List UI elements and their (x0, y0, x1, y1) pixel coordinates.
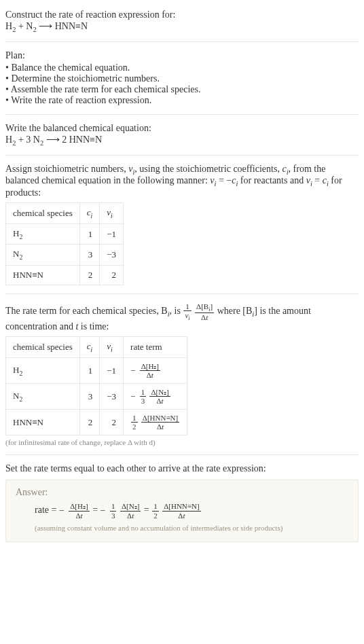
reactant-h2: H2 (5, 21, 16, 31)
stoich-block: Assign stoichiometric numbers, νi, using… (5, 160, 359, 289)
table-row: HNN≡N 2 2 1 2 Δ[HNN≡N] Δt (6, 410, 187, 435)
cell-species: H2 (6, 223, 80, 245)
cell-nu: −3 (100, 245, 124, 266)
col-nu: νi (100, 337, 124, 358)
answer-note: (assuming constant volume and no accumul… (35, 524, 348, 532)
final-block: Set the rate terms equal to each other t… (5, 459, 359, 545)
answer-box: Answer: rate = − Δ[H₂] Δt = − 1 3 Δ[N₂] … (5, 480, 359, 541)
fraction: 1 3 (110, 502, 117, 519)
plan-list: Balance the chemical equation. Determine… (5, 62, 359, 106)
unbalanced-equation: H2 + N2 ⟶ HNN≡N (5, 20, 359, 33)
rate-term-text: The rate term for each chemical species,… (5, 302, 359, 332)
table-row: N2 3 −3 − 1 3 Δ[N₂] Δt (6, 384, 187, 410)
cell-c: 2 (79, 410, 100, 435)
fraction: Δ[HNN≡N] Δt (162, 502, 200, 519)
col-c: ci (79, 337, 100, 358)
balanced-block: Write the balanced chemical equation: H2… (5, 119, 359, 151)
cell-nu: 2 (100, 265, 124, 285)
fraction: Δ[H₂] Δt (140, 362, 160, 379)
cell-rate: − Δ[H₂] Δt (124, 357, 187, 383)
plan-item: Write the rate of reaction expression. (5, 95, 359, 106)
product-hnnn: HNN≡N (69, 135, 102, 145)
cell-species: H2 (6, 357, 80, 383)
fraction: Δ[Bi] Δt (195, 302, 214, 321)
cell-species: HNN≡N (6, 410, 80, 435)
fraction: 1 νi (183, 302, 191, 321)
stoich-text: Assign stoichiometric numbers, νi, using… (5, 164, 359, 199)
fraction: 1 2 (152, 502, 159, 519)
fraction: 1 2 (131, 414, 138, 431)
cell-c: 3 (79, 245, 100, 266)
final-heading: Set the rate terms equal to each other t… (5, 463, 359, 474)
intro-block: Construct the rate of reaction expressio… (5, 5, 359, 37)
divider (5, 41, 359, 42)
rate-term-block: The rate term for each chemical species,… (5, 298, 359, 451)
fraction: Δ[N₂] Δt (120, 502, 141, 519)
cell-species: N2 (6, 384, 80, 410)
col-species: chemical species (6, 203, 80, 224)
rate-term-table: chemical species ci νi rate term H2 1 −1… (5, 336, 187, 435)
cell-nu: −1 (100, 357, 124, 383)
col-c: ci (79, 203, 100, 224)
rate-expression: rate = − Δ[H₂] Δt = − 1 3 Δ[N₂] Δt = 1 (35, 502, 348, 519)
table-row: H2 1 −1 (6, 223, 124, 245)
cell-nu: −1 (100, 223, 124, 245)
divider (5, 155, 359, 156)
intro-prompt: Construct the rate of reaction expressio… (5, 10, 359, 20)
balanced-equation: H2 + 3 N2 ⟶ 2 HNN≡N (5, 134, 359, 147)
cell-rate: 1 2 Δ[HNN≡N] Δt (124, 410, 187, 435)
product-hnnn: HNN≡N (55, 21, 88, 31)
col-species: chemical species (6, 337, 80, 358)
table-header-row: chemical species ci νi rate term (6, 337, 187, 358)
divider (5, 293, 359, 294)
cell-c: 2 (79, 265, 100, 285)
table-row: N2 3 −3 (6, 245, 124, 266)
table-row: H2 1 −1 − Δ[H₂] Δt (6, 357, 187, 383)
table-header-row: chemical species ci νi (6, 203, 124, 224)
plan-item: Balance the chemical equation. (5, 62, 359, 73)
reactant-n2: N2 (26, 21, 36, 31)
reactant-h2: H2 (5, 135, 16, 145)
cell-species: HNN≡N (6, 265, 80, 285)
cell-nu: 2 (100, 410, 124, 435)
table-row: HNN≡N 2 2 (6, 265, 124, 285)
cell-nu: −3 (100, 384, 124, 410)
plan-heading: Plan: (5, 50, 359, 61)
divider (5, 114, 359, 115)
stoich-table: chemical species ci νi H2 1 −1 N2 3 −3 H… (5, 202, 124, 285)
fraction: Δ[HNN≡N] Δt (141, 414, 179, 431)
cell-c: 1 (79, 357, 100, 383)
cell-c: 3 (79, 384, 100, 410)
cell-rate: − 1 3 Δ[N₂] Δt (124, 384, 187, 410)
fraction: 1 3 (140, 388, 147, 405)
plan-block: Plan: Balance the chemical equation. Det… (5, 46, 359, 110)
cell-species: N2 (6, 245, 80, 266)
plan-item: Assemble the rate term for each chemical… (5, 84, 359, 95)
divider (5, 454, 359, 455)
answer-label: Answer: (16, 487, 348, 498)
fraction: Δ[H₂] Δt (69, 502, 89, 519)
plan-item: Determine the stoichiometric numbers. (5, 73, 359, 84)
balanced-heading: Write the balanced chemical equation: (5, 123, 359, 134)
col-rate: rate term (124, 337, 187, 358)
rate-term-footnote: (for infinitesimal rate of change, repla… (5, 438, 359, 446)
cell-c: 1 (79, 223, 100, 245)
reactant-n2: N2 (33, 135, 43, 145)
fraction: Δ[N₂] Δt (149, 388, 170, 405)
col-nu: νi (100, 203, 124, 224)
